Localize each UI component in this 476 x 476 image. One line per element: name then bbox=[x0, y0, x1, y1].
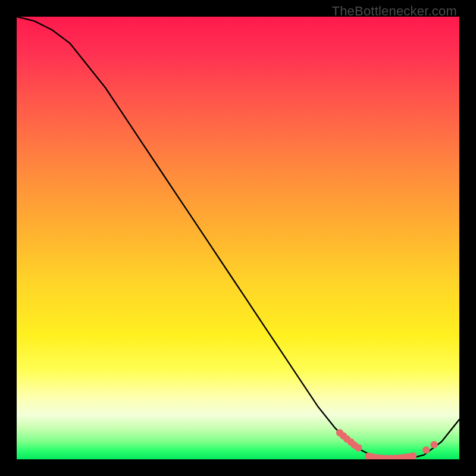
data-point bbox=[422, 446, 430, 453]
data-point bbox=[355, 444, 362, 452]
plot-area bbox=[17, 17, 459, 459]
data-point bbox=[409, 452, 416, 459]
bottleneck-curve-line bbox=[17, 17, 459, 459]
chart-stage: TheBottlenecker.com bbox=[0, 0, 476, 476]
chart-svg bbox=[17, 17, 459, 459]
watermark-text: TheBottlenecker.com bbox=[332, 4, 457, 19]
data-point bbox=[430, 441, 437, 448]
